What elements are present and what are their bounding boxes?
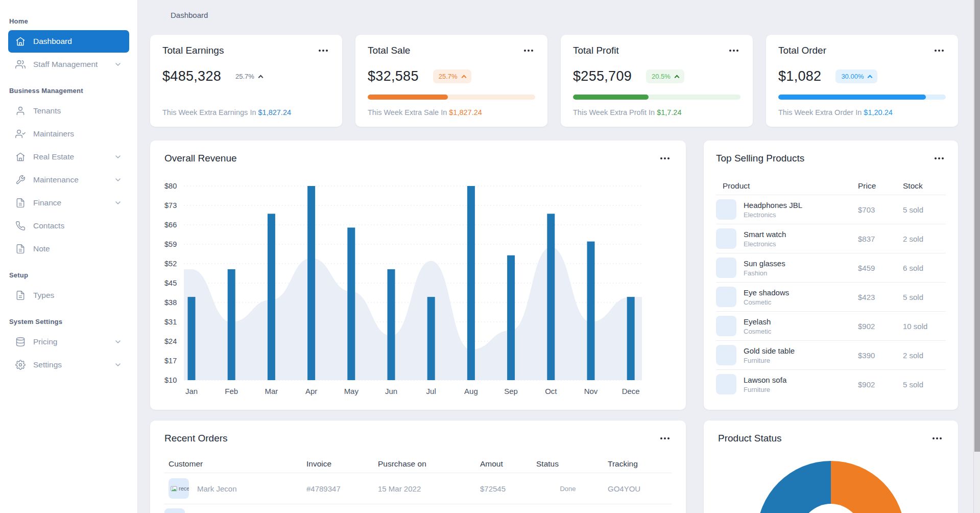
- product-stock: 10 sold: [903, 322, 946, 331]
- scrollbar-thumb[interactable]: [974, 0, 980, 452]
- sidebar-item-dashboard[interactable]: Dashboard: [8, 30, 129, 53]
- product-row-eyelash[interactable]: Eyelash Cosmetic $902 10 sold: [704, 312, 958, 340]
- more-options-button[interactable]: [522, 47, 535, 54]
- panel-title: Overall Revenue: [164, 153, 237, 164]
- product-name: Gold side table: [744, 346, 795, 355]
- sidebar-section-label-home: Home: [9, 17, 128, 25]
- svg-text:Feb: Feb: [225, 387, 238, 395]
- column-header-price: Price: [858, 181, 903, 191]
- sidebar-item-finance[interactable]: Finance: [8, 192, 129, 214]
- product-row-headphones-jbl[interactable]: Headphones JBL Electronics $703 5 sold: [704, 195, 958, 224]
- svg-text:Aug: Aug: [464, 387, 478, 395]
- sidebar-nav: Home Dashboard Staff Management Business…: [0, 17, 137, 376]
- order-row[interactable]: rece Mark Jecon #4789347 15 Mar 2022 $72…: [150, 473, 686, 504]
- stat-card-total-sale: Total Sale $32,585 25.7% This Week Extra…: [355, 35, 547, 127]
- product-row-eye-shadows[interactable]: Eye shadows Cosmetic $423 5 sold: [704, 283, 958, 311]
- stat-note: This Week Extra Order In $1,20.24: [778, 108, 946, 116]
- svg-text:Sep: Sep: [504, 387, 518, 395]
- sidebar-item-settings[interactable]: Settings: [8, 354, 129, 376]
- user-check-icon: [15, 129, 26, 139]
- svg-text:Oct: Oct: [545, 387, 557, 395]
- more-options-button[interactable]: [317, 47, 330, 54]
- stat-card-title: Total Order: [778, 45, 826, 56]
- stat-card-title: Total Sale: [368, 45, 410, 56]
- svg-text:$31: $31: [164, 318, 177, 326]
- product-thumbnail: [716, 287, 736, 307]
- panel-title: Recent Orders: [164, 433, 228, 444]
- product-stock: 5 sold: [903, 380, 946, 389]
- database-icon: [15, 337, 26, 347]
- product-price: $459: [858, 264, 903, 272]
- home-icon: [15, 36, 26, 46]
- sidebar-item-label: Finance: [33, 198, 61, 207]
- chevron-up-icon: [674, 75, 679, 80]
- sidebar-item-label: Note: [33, 244, 50, 253]
- product-row-sun-glasses[interactable]: Sun glasses Fashion $459 6 sold: [704, 253, 958, 282]
- phone-icon: [15, 221, 26, 231]
- svg-text:Jul: Jul: [426, 387, 436, 395]
- sidebar-item-label: Maintainers: [33, 129, 74, 138]
- order-status: Done: [532, 485, 604, 493]
- sidebar-item-label: Settings: [33, 360, 62, 369]
- progress-fill: [778, 95, 926, 100]
- order-purchase-date: 15 Mar 2022: [374, 484, 476, 493]
- product-row-lawson-sofa[interactable]: Lawson sofa Furniture $902 5 sold: [704, 370, 958, 399]
- chevron-up-icon: [461, 75, 466, 80]
- sidebar-item-staff-management[interactable]: Staff Management: [8, 53, 129, 76]
- stat-value: $32,585: [368, 68, 419, 84]
- sidebar-item-tenants[interactable]: Tenants: [8, 100, 129, 122]
- svg-text:Mar: Mar: [265, 387, 278, 395]
- product-row-gold-side-table[interactable]: Gold side table Furniture $390 2 sold: [704, 341, 958, 369]
- stat-note: This Week Extra Earnings In $1,827.24: [162, 108, 330, 116]
- sidebar: Home Dashboard Staff Management Business…: [0, 0, 138, 513]
- svg-text:$10: $10: [164, 376, 177, 384]
- sidebar-item-note[interactable]: Note: [8, 238, 129, 260]
- svg-text:$17: $17: [164, 357, 177, 365]
- order-row-partial: [150, 508, 686, 513]
- svg-text:$80: $80: [164, 182, 177, 190]
- sidebar-item-maintenance[interactable]: Maintenance: [8, 169, 129, 191]
- change-badge: 25.7%: [235, 73, 262, 80]
- sidebar-item-maintainers[interactable]: Maintainers: [8, 123, 129, 145]
- chevron-up-icon: [868, 75, 873, 80]
- stat-value: $485,328: [162, 68, 221, 84]
- sidebar-item-real-estate[interactable]: Real Estate: [8, 146, 129, 168]
- more-options-button[interactable]: [658, 155, 672, 162]
- sidebar-item-label: Staff Management: [33, 60, 98, 69]
- product-category: Furniture: [744, 357, 795, 364]
- product-name: Eyelash: [744, 317, 771, 326]
- product-status-panel: Product Status: [704, 421, 958, 513]
- product-stock: 5 sold: [903, 205, 946, 214]
- more-options-button[interactable]: [930, 435, 944, 442]
- more-options-button[interactable]: [933, 155, 946, 162]
- sidebar-item-contacts[interactable]: Contacts: [8, 215, 129, 237]
- column-header-pusrchase-on: Pusrchase on: [374, 459, 476, 469]
- sidebar-section-label-system-settings: System Settings: [9, 318, 128, 325]
- progress-track: [778, 95, 946, 100]
- more-options-button[interactable]: [658, 435, 672, 442]
- sidebar-item-pricing[interactable]: Pricing: [8, 331, 129, 353]
- sidebar-item-types[interactable]: Types: [8, 284, 129, 307]
- product-category: Electronics: [744, 211, 802, 219]
- chevron-down-icon: [114, 60, 122, 68]
- product-thumbnail: [716, 316, 736, 336]
- scrollbar[interactable]: [973, 0, 980, 513]
- svg-text:$73: $73: [164, 201, 177, 209]
- product-category: Cosmetic: [744, 298, 789, 306]
- column-header-tracking: Tracking: [604, 459, 672, 469]
- revenue-bar-chart: $80$73$66$59$52$45$38$31$24$17$10JanFebM…: [150, 141, 686, 410]
- file-icon: [15, 198, 26, 208]
- product-row-smart-watch[interactable]: Smart watch Electronics $837 2 sold: [704, 224, 958, 253]
- chevron-down-icon: [114, 361, 122, 369]
- sidebar-item-label: Dashboard: [33, 37, 72, 46]
- stat-card-total-profit: Total Profit $255,709 20.5% This Week Ex…: [561, 35, 753, 127]
- products-table-header: Product Price Stock: [704, 177, 958, 195]
- gear-icon: [15, 360, 26, 370]
- avatar-alt-text: rece: [179, 485, 189, 492]
- more-options-button[interactable]: [727, 47, 740, 54]
- chevron-down-icon: [114, 338, 122, 346]
- svg-text:May: May: [344, 387, 359, 395]
- order-invoice: #4789347: [302, 484, 374, 493]
- column-header-status: Status: [532, 459, 604, 469]
- more-options-button[interactable]: [933, 47, 946, 54]
